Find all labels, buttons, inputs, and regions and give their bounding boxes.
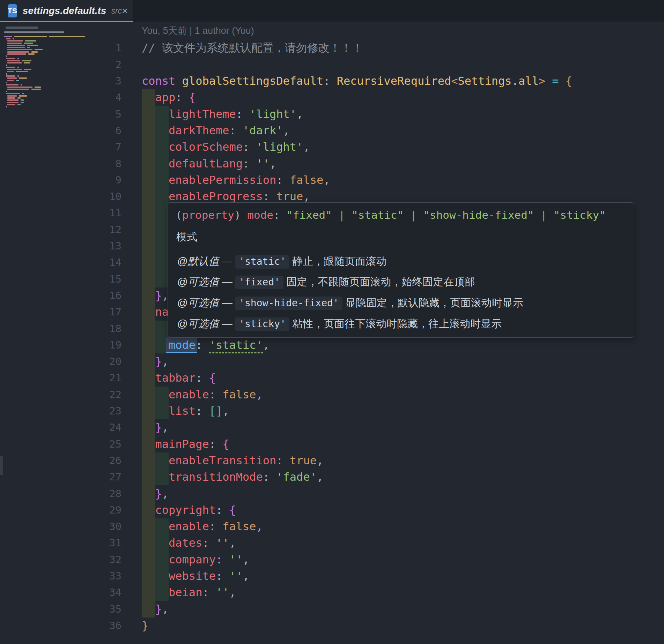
gutter-line-number[interactable]: 16 (97, 287, 121, 304)
gutter-line-number[interactable]: 29 (97, 502, 121, 518)
code-line-36[interactable]: } (142, 617, 148, 634)
code-line-7[interactable]: colorScheme: 'light', (142, 139, 310, 155)
code-token: ( (176, 209, 182, 221)
gutter-line-number[interactable]: 30 (97, 518, 121, 535)
minimap-line (7, 89, 41, 90)
gutter-line-number[interactable]: 22 (97, 387, 121, 403)
code-line-27[interactable]: transitionMode: 'fade', (142, 469, 323, 485)
minimap-line (7, 60, 31, 61)
gutter-line-number[interactable]: 18 (97, 321, 121, 337)
code-token (142, 536, 169, 549)
code-line-24[interactable]: }, (142, 419, 169, 436)
gutter-line-number[interactable]: 1 (97, 40, 121, 56)
doc-dash: — (219, 255, 235, 267)
gutter-line-number[interactable]: 17 (97, 304, 121, 320)
code-line-35[interactable]: }, (142, 601, 169, 617)
gutter-line-number[interactable]: 19 (97, 337, 121, 353)
gutter-line-number[interactable]: 20 (97, 353, 121, 370)
gutter-line-number[interactable]: 8 (97, 156, 121, 172)
code-line-6[interactable]: darkTheme: 'dark', (142, 122, 290, 139)
code-line-1[interactable]: // 该文件为系统默认配置，请勿修改！！！ (142, 40, 363, 56)
gutter-line-number[interactable]: 14 (97, 254, 121, 271)
code-line-23[interactable]: list: [], (142, 403, 229, 419)
typescript-file-icon: TS (8, 4, 17, 17)
code-token (404, 209, 410, 221)
code-line-25[interactable]: mainPage: { (142, 436, 229, 452)
gutter-line-number[interactable]: 2 (97, 57, 121, 73)
gutter-line-number[interactable]: 12 (97, 222, 121, 238)
scrollbar-fragment[interactable] (0, 456, 3, 475)
code-token: . (512, 74, 518, 88)
code-token (142, 190, 169, 203)
gutter-line-number[interactable]: 33 (97, 568, 121, 584)
gutter-line-number[interactable]: 10 (97, 188, 121, 205)
gutter-line-number[interactable]: 31 (97, 535, 121, 551)
code-token (142, 355, 155, 368)
gutter-line-number[interactable]: 11 (97, 205, 121, 221)
code-token (332, 209, 339, 221)
gutter-line-number[interactable]: 23 (97, 403, 121, 419)
gutter-line-number[interactable]: 36 (97, 617, 121, 634)
code-line-20[interactable]: }, (142, 353, 169, 370)
code-token: 'static' (209, 338, 263, 353)
doc-label: @可选值 (177, 276, 219, 287)
minimap-line (6, 91, 8, 92)
code-line-17[interactable]: na (142, 304, 169, 320)
code-line-32[interactable]: company: '', (142, 552, 249, 568)
gutter-line-number[interactable]: 35 (97, 601, 121, 617)
code-line-34[interactable]: beian: '', (142, 584, 236, 601)
gutter-line-number[interactable]: 13 (97, 238, 121, 254)
code-token: 'fade' (276, 470, 317, 484)
gutter-line-number[interactable]: 32 (97, 552, 121, 568)
code-line-21[interactable]: tabbar: { (142, 370, 216, 386)
gutter-line-number[interactable]: 6 (97, 122, 121, 139)
tab-settings-default-ts[interactable]: TS settings.default.ts src × (0, 0, 133, 22)
gutter-line-number[interactable]: 28 (97, 486, 121, 502)
code-token (209, 586, 216, 599)
code-token: const (142, 74, 175, 88)
gutter-line-number[interactable]: 9 (97, 172, 121, 188)
code-line-3[interactable]: const globalSettingsDefault: RecursiveRe… (142, 73, 572, 89)
code-line-26[interactable]: enableTransition: true, (142, 452, 323, 469)
code-line-5[interactable]: lightTheme: 'light', (142, 106, 303, 122)
code-token (222, 503, 229, 517)
gutter-line-number[interactable]: 4 (97, 89, 121, 106)
gutter-line-number[interactable]: 24 (97, 419, 121, 436)
git-blame-annotation[interactable]: You, 5天前 | 1 author (You) (142, 24, 254, 38)
gutter-line-number[interactable]: 26 (97, 452, 121, 469)
code-line-19[interactable]: mode: 'static', (142, 337, 270, 353)
gutter-line-number[interactable]: 15 (97, 271, 121, 287)
code-line-30[interactable]: enable: false, (142, 518, 263, 535)
minimap-line (7, 104, 21, 105)
minimap-slider[interactable] (6, 27, 38, 29)
minimap-segment (16, 80, 19, 81)
gutter-line-number[interactable]: 5 (97, 106, 121, 122)
gutter-line-number[interactable]: 25 (97, 436, 121, 452)
code-token (142, 437, 155, 451)
minimap-segment (6, 93, 20, 94)
minimap-line (7, 99, 24, 101)
code-line-16[interactable]: }, (142, 287, 169, 304)
code-line-29[interactable]: copyright: { (142, 502, 236, 518)
minimap-line (6, 82, 8, 83)
code-line-4[interactable]: app: { (142, 89, 195, 106)
gutter-line-number[interactable]: 21 (97, 370, 121, 386)
hovered-symbol-mode[interactable]: mode (166, 337, 197, 353)
code-line-28[interactable]: }, (142, 486, 169, 502)
code-line-31[interactable]: dates: '', (142, 535, 236, 551)
close-icon[interactable]: × (122, 6, 128, 16)
gutter-line-number[interactable]: 7 (97, 139, 121, 155)
code-token: all (518, 74, 539, 88)
minimap[interactable] (4, 24, 85, 108)
gutter-line-number[interactable]: 3 (97, 73, 121, 89)
code-line-9[interactable]: enablePermission: false, (142, 172, 330, 188)
gutter-line-number[interactable]: 27 (97, 469, 121, 485)
code-line-33[interactable]: website: '', (142, 568, 249, 584)
code-token: | (540, 209, 547, 221)
minimap-segment (24, 43, 33, 44)
code-token: , (303, 140, 310, 153)
code-line-22[interactable]: enable: false, (142, 387, 263, 403)
code-line-8[interactable]: defaultLang: '', (142, 156, 276, 172)
gutter-line-number[interactable]: 34 (97, 584, 121, 601)
code-token (243, 107, 249, 121)
